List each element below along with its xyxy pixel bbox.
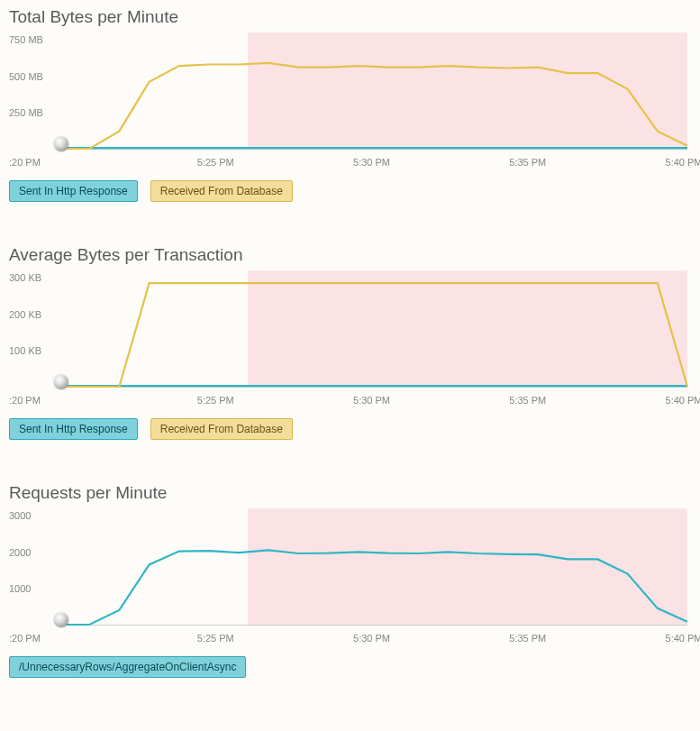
x-axis: :20 PM5:25 PM5:30 PM5:35 PM5:40 PM (9, 627, 687, 644)
y-tick: 750 MB (9, 34, 59, 45)
x-tick: 5:25 PM (197, 633, 234, 644)
y-axis: 300 KB200 KB100 KB (9, 270, 59, 388)
x-axis: :20 PM5:25 PM5:30 PM5:35 PM5:40 PM (9, 389, 687, 406)
x-tick: 5:25 PM (197, 157, 234, 168)
y-tick: 1000 (9, 583, 59, 594)
y-tick: 100 KB (9, 345, 59, 356)
series-line (59, 63, 687, 149)
series-line (59, 550, 687, 625)
x-tick: 5:35 PM (509, 633, 546, 644)
x-tick: 5:40 PM (666, 633, 700, 644)
legend-item[interactable]: Received From Database (150, 180, 293, 202)
y-tick: 300 KB (9, 272, 59, 283)
chart-avg-bytes: Average Bytes per Transaction300 KB200 K… (9, 245, 691, 440)
chart-frame: 300020001000:20 PM5:25 PM5:30 PM5:35 PM5… (9, 508, 691, 644)
chart-title: Average Bytes per Transaction (9, 245, 691, 265)
chart-frame: 300 KB200 KB100 KB:20 PM5:25 PM5:30 PM5:… (9, 270, 691, 406)
series-line (59, 283, 687, 387)
x-tick: 5:30 PM (353, 395, 390, 406)
chart-frame: 750 MB500 MB250 MB:20 PM5:25 PM5:30 PM5:… (9, 32, 691, 168)
x-tick: :20 PM (9, 633, 41, 644)
legend-item[interactable]: Sent In Http Response (9, 180, 138, 202)
plot-area[interactable] (59, 270, 687, 388)
x-tick: 5:40 PM (666, 395, 700, 406)
chart-title: Requests per Minute (9, 483, 691, 503)
x-tick: 5:35 PM (509, 157, 546, 168)
plot-area[interactable] (59, 32, 687, 150)
x-tick: :20 PM (9, 395, 41, 406)
y-tick: 200 KB (9, 309, 59, 320)
chart-title: Total Bytes per Minute (9, 7, 691, 27)
x-tick: :20 PM (9, 157, 41, 168)
x-axis: :20 PM5:25 PM5:30 PM5:35 PM5:40 PM (9, 151, 687, 168)
x-tick: 5:25 PM (197, 395, 234, 406)
x-tick: 5:30 PM (353, 157, 390, 168)
legend-item[interactable]: /UnnecessaryRows/AggregateOnClientAsync (9, 656, 246, 678)
plot-area[interactable] (59, 508, 687, 626)
x-tick: 5:40 PM (666, 157, 700, 168)
y-axis: 750 MB500 MB250 MB (9, 32, 59, 150)
y-tick: 3000 (9, 510, 59, 521)
chart-total-bytes: Total Bytes per Minute750 MB500 MB250 MB… (9, 7, 691, 202)
y-tick: 2000 (9, 547, 59, 558)
range-knob-icon[interactable] (54, 375, 68, 389)
chart-requests: Requests per Minute300020001000:20 PM5:2… (9, 483, 691, 678)
range-knob-icon[interactable] (54, 137, 68, 151)
y-tick: 250 MB (9, 107, 59, 118)
legend-item[interactable]: Sent In Http Response (9, 418, 138, 440)
y-tick: 500 MB (9, 71, 59, 82)
y-axis: 300020001000 (9, 508, 59, 626)
x-tick: 5:35 PM (509, 395, 546, 406)
legend: Sent In Http ResponseReceived From Datab… (9, 180, 691, 202)
range-knob-icon[interactable] (54, 613, 68, 627)
x-tick: 5:30 PM (353, 633, 390, 644)
legend: /UnnecessaryRows/AggregateOnClientAsync (9, 656, 691, 678)
legend: Sent In Http ResponseReceived From Datab… (9, 418, 691, 440)
legend-item[interactable]: Received From Database (150, 418, 293, 440)
